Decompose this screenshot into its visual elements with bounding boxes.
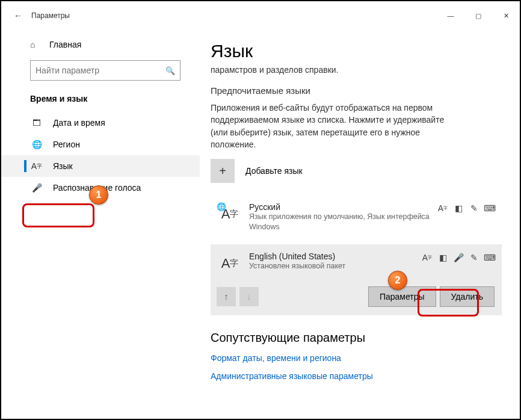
search-icon: 🔍 bbox=[165, 66, 175, 75]
back-button[interactable]: ← bbox=[8, 6, 28, 25]
text-to-speech-icon: ◧ bbox=[454, 203, 463, 213]
home-label: Главная bbox=[49, 40, 81, 49]
language-options-button[interactable]: Параметры bbox=[368, 286, 436, 307]
calendar-icon: 🗔 bbox=[31, 118, 42, 128]
handwriting-icon: ✎ bbox=[469, 203, 479, 213]
speech-icon: 🎤 bbox=[454, 253, 463, 262]
nav-label: Распознавание голоса bbox=[53, 183, 141, 193]
home-link[interactable]: ⌂ Главная bbox=[1, 35, 200, 54]
handwriting-icon: ✎ bbox=[469, 253, 479, 262]
language-item-english[interactable]: A字 English (United States) Установлен яз… bbox=[211, 244, 502, 315]
microphone-icon: 🎤 bbox=[31, 183, 42, 193]
language-glyph-icon: A字 bbox=[219, 253, 241, 274]
language-name: English (United States) bbox=[249, 252, 422, 261]
nav-item-date-time[interactable]: 🗔 Дата и время bbox=[1, 112, 200, 134]
keyboard-icon: ⌨ bbox=[485, 203, 495, 213]
maximize-button[interactable]: ▢ bbox=[464, 7, 492, 25]
preferred-languages-heading: Предпочитаемые языки bbox=[211, 85, 502, 96]
nav-item-speech[interactable]: 🎤 Распознавание голоса bbox=[1, 177, 200, 199]
language-icon: A字 bbox=[31, 161, 42, 171]
text-to-speech-icon: ◧ bbox=[438, 253, 448, 262]
nav-list: 🗔 Дата и время 🌐 Регион A字 Язык 🎤 Распоз… bbox=[1, 112, 200, 199]
keyboard-icon: ⌨ bbox=[485, 253, 495, 262]
content-pane: Язык парамстров и разделов справки. Пред… bbox=[200, 30, 520, 419]
move-up-button[interactable]: ↑ bbox=[217, 287, 236, 306]
truncated-text: парамстров и разделов справки. bbox=[211, 65, 502, 75]
language-item-russian[interactable]: 🌐A字 Русский Язык приложения по умолчанию… bbox=[211, 196, 502, 238]
link-admin-language[interactable]: Административные языковые параметры bbox=[211, 371, 502, 381]
preferred-languages-desc: Приложения и веб-сайты будут отображатьс… bbox=[211, 102, 463, 150]
page-title: Язык bbox=[211, 41, 502, 61]
display-language-icon: A字 bbox=[438, 203, 448, 213]
move-down-button[interactable]: ↓ bbox=[239, 287, 259, 306]
nav-label: Язык bbox=[53, 161, 73, 171]
search-box[interactable]: 🔍 bbox=[30, 60, 180, 81]
category-heading: Время и язык bbox=[30, 94, 200, 103]
nav-label: Дата и время bbox=[53, 118, 105, 128]
nav-item-language[interactable]: A字 Язык bbox=[1, 155, 200, 177]
annotation-box-1 bbox=[22, 203, 94, 227]
language-name: Русский bbox=[249, 202, 438, 212]
link-date-format[interactable]: Формат даты, времени и региона bbox=[211, 353, 502, 363]
window-title: Параметры bbox=[31, 11, 70, 20]
language-feature-badges: A字 ◧ 🎤 ✎ ⌨ bbox=[422, 252, 495, 262]
related-settings-heading: Сопутствующие параметры bbox=[211, 331, 502, 345]
home-icon: ⌂ bbox=[30, 40, 41, 49]
plus-icon: + bbox=[211, 159, 235, 183]
search-input[interactable] bbox=[35, 66, 165, 75]
language-glyph-icon: 🌐A字 bbox=[219, 203, 241, 225]
language-feature-badges: A字 ◧ ✎ ⌨ bbox=[438, 202, 495, 213]
language-sub: Язык приложения по умолчанию, Язык интер… bbox=[249, 212, 430, 232]
nav-label: Регион bbox=[53, 140, 80, 149]
add-language-button[interactable]: + Добавьте язык bbox=[211, 159, 502, 183]
close-button[interactable]: ✕ bbox=[492, 7, 520, 25]
globe-icon: 🌐 bbox=[31, 140, 42, 149]
sidebar: ⌂ Главная 🔍 Время и язык 🗔 Дата и время … bbox=[1, 30, 200, 419]
display-language-icon: A字 bbox=[422, 253, 432, 262]
add-language-label: Добавьте язык bbox=[245, 166, 303, 176]
language-sub: Установлен языковой пакет bbox=[249, 261, 422, 271]
nav-item-region[interactable]: 🌐 Регион bbox=[1, 134, 200, 155]
minimize-button[interactable]: — bbox=[437, 7, 464, 25]
language-remove-button[interactable]: Удалить bbox=[440, 286, 495, 307]
title-bar: ← Параметры — ▢ ✕ bbox=[1, 1, 520, 30]
